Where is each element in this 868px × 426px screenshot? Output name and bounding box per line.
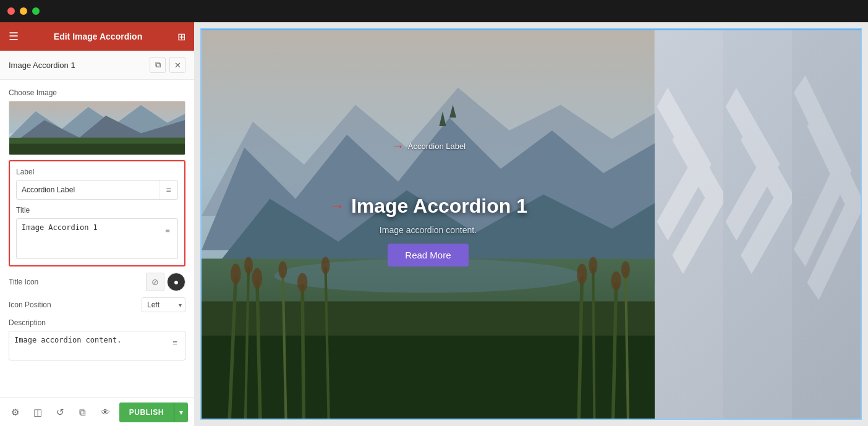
- hamburger-icon[interactable]: ☰: [9, 30, 19, 43]
- panel-title: Image Accordion 1: [9, 61, 146, 70]
- preview-frame: → Accordion Label → Image Accordion 1 Im…: [200, 28, 862, 420]
- duplicate-button[interactable]: ⧉: [74, 403, 92, 422]
- accordion-main-title: Image Accordion 1: [351, 195, 527, 218]
- sidebar-title: Edit Image Accordion: [26, 32, 170, 41]
- accordion-inactive-panels: [655, 30, 861, 419]
- label-lines-button[interactable]: ≡: [159, 181, 177, 199]
- accordion-panel-2[interactable]: [655, 30, 723, 419]
- title-bar: [0, 0, 868, 22]
- label-input[interactable]: [17, 181, 159, 198]
- publish-group: PUBLISH ▾: [119, 403, 188, 422]
- label-field-label: Label: [16, 168, 178, 176]
- label-title-section: Label ≡ Title ≡: [9, 160, 185, 266]
- bottom-toolbar: ⚙ ◫ ↺ ⧉ 👁 PUBLISH ▾: [0, 398, 194, 426]
- icon-position-select-wrapper: Left Right Top Bottom: [142, 297, 185, 312]
- panel-copy-button[interactable]: ⧉: [150, 57, 166, 73]
- sidebar-content: Choose Image: [0, 80, 194, 398]
- title-icon-label: Title Icon: [9, 278, 38, 286]
- title-arrow-icon: →: [329, 197, 345, 216]
- preview-area: → Accordion Label → Image Accordion 1 Im…: [194, 22, 868, 426]
- icon-circle-button[interactable]: ●: [167, 273, 185, 291]
- accordion-panel-4[interactable]: [792, 30, 861, 419]
- traffic-light-green[interactable]: [32, 7, 40, 15]
- title-textarea-row: ≡: [16, 218, 178, 259]
- label-input-row: ≡: [16, 180, 178, 200]
- app-container: ☰ Edit Image Accordion ⊞ Image Accordion…: [0, 22, 868, 426]
- eye-button[interactable]: 👁: [96, 403, 114, 422]
- icon-position-row: Icon Position Left Right Top Bottom: [9, 297, 185, 312]
- sidebar-topbar: ☰ Edit Image Accordion ⊞: [0, 22, 194, 51]
- title-field-label: Title: [16, 206, 178, 215]
- layers-button[interactable]: ◫: [29, 403, 47, 422]
- traffic-light-yellow[interactable]: [20, 7, 27, 15]
- accordion-description-text: Image accordion content.: [380, 225, 477, 235]
- traffic-light-red[interactable]: [7, 7, 15, 15]
- accordion-content-overlay: → Image Accordion 1 Image accordion cont…: [202, 30, 655, 419]
- panel-close-button[interactable]: ✕: [169, 57, 185, 73]
- description-textarea-row: ≡: [9, 331, 185, 360]
- icon-position-label: Icon Position: [9, 300, 142, 309]
- title-textarea[interactable]: [17, 219, 177, 256]
- description-label: Description: [9, 318, 185, 327]
- description-textarea[interactable]: [9, 331, 185, 357]
- sidebar: ☰ Edit Image Accordion ⊞ Image Accordion…: [0, 22, 194, 426]
- grid-icon[interactable]: ⊞: [177, 31, 185, 43]
- accordion-active-panel: → Accordion Label → Image Accordion 1 Im…: [202, 30, 655, 419]
- history-button[interactable]: ↺: [51, 403, 69, 422]
- publish-button[interactable]: PUBLISH: [119, 403, 174, 422]
- title-icon-row: Title Icon ⊘ ●: [9, 273, 185, 291]
- title-lines-button[interactable]: ≡: [160, 223, 175, 237]
- read-more-button[interactable]: Read More: [388, 244, 468, 266]
- icon-btn-group: ⊘ ●: [146, 273, 185, 291]
- svg-rect-5: [9, 144, 185, 155]
- gear-button[interactable]: ⚙: [6, 403, 24, 422]
- image-chooser[interactable]: [9, 101, 185, 155]
- icon-ban-button[interactable]: ⊘: [146, 273, 164, 291]
- description-lines-button[interactable]: ≡: [168, 335, 182, 350]
- publish-arrow-button[interactable]: ▾: [174, 403, 188, 422]
- accordion-title-row: → Image Accordion 1: [329, 195, 527, 218]
- panel-header: Image Accordion 1 ⧉ ✕: [0, 51, 194, 80]
- choose-image-label: Choose Image: [9, 88, 185, 97]
- accordion-panel-3[interactable]: [723, 30, 792, 419]
- icon-position-select[interactable]: Left Right Top Bottom: [142, 297, 185, 312]
